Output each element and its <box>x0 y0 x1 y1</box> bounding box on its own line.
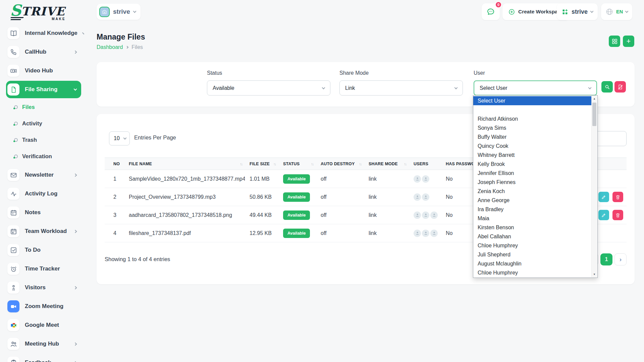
calendar-icon <box>7 225 19 237</box>
column-header-auto-destroy[interactable]: AUTO DESTROY↑↓ <box>316 162 364 166</box>
scrollbar-thumb[interactable] <box>592 103 596 126</box>
edit-file-button[interactable] <box>598 192 609 202</box>
user-option[interactable]: Quincy Cook <box>473 141 591 150</box>
column-header-share-mode[interactable]: SHARE MODE↑↓ <box>364 162 409 166</box>
chat-button[interactable]: 0 <box>482 3 500 20</box>
column-header-file-name[interactable]: FILE NAME↑↓ <box>124 162 245 166</box>
apply-filters-button[interactable] <box>601 81 613 93</box>
add-file-button[interactable]: + <box>623 36 634 47</box>
user-option[interactable]: Kirsten Benson <box>473 223 591 232</box>
avatar <box>430 212 438 219</box>
user-option[interactable]: Richard Atkinson <box>473 114 591 123</box>
sidebar-subitem-files[interactable]: Files <box>14 100 86 114</box>
sidebar-item-newsletter[interactable]: Newsletter <box>6 166 81 184</box>
chevron-down-icon <box>123 136 127 140</box>
workspace-selector[interactable]: strive <box>97 4 141 20</box>
sidebar-item-label: Newsletter <box>25 172 69 178</box>
breadcrumb-dashboard-link[interactable]: Dashboard <box>97 44 123 50</box>
dropdown-scrollbar[interactable]: ▲ ▼ <box>591 96 597 277</box>
sort-icon[interactable]: ↑↓ <box>240 162 242 166</box>
pagination-next-button[interactable]: › <box>614 253 627 265</box>
status-select[interactable]: Available <box>207 80 330 96</box>
sidebar-item-label: Internal Knowledge <box>25 30 77 37</box>
sidebar-item-internal-knowledge[interactable]: Internal Knowledge <box>6 24 81 42</box>
user-option[interactable]: Maia <box>473 214 591 223</box>
app-logo: S TRIVE MAKE <box>10 3 65 20</box>
delete-file-button[interactable] <box>612 210 623 220</box>
entries-per-page-select[interactable]: 10 <box>109 131 130 145</box>
user-option[interactable]: August Mclaughlin <box>473 259 591 268</box>
user-option[interactable]: Buffy Walter <box>473 132 591 141</box>
user-option[interactable]: Zenia Koch <box>473 187 591 196</box>
clear-filters-button[interactable] <box>614 81 626 93</box>
user-option[interactable]: Chloe Humphrey <box>473 268 591 277</box>
sidebar-item-file-sharing[interactable]: File Sharing <box>6 81 81 98</box>
status-badge: Available <box>283 174 310 184</box>
scroll-down-arrow-icon[interactable]: ▼ <box>592 272 597 277</box>
user-option[interactable]: Ira Bradley <box>473 205 591 214</box>
sidebar-subitem-trash[interactable]: Trash <box>14 132 86 147</box>
sidebar-item-notes[interactable]: Notes <box>6 204 81 221</box>
sidebar-item-feedback[interactable]: Feedback <box>6 354 81 362</box>
column-header-status[interactable]: STATUS↑↓ <box>278 162 316 166</box>
cell-auto-destroy: off <box>316 212 364 218</box>
sidebar-item-label: Video Hub <box>25 67 76 74</box>
user-option[interactable]: Jennifer Ellison <box>473 169 591 178</box>
chat-count-badge: 0 <box>495 1 502 8</box>
sort-icon[interactable]: ↑↓ <box>273 162 276 166</box>
user-avatars <box>414 175 441 183</box>
avatar <box>422 212 429 219</box>
sidebar-item-time-tracker[interactable]: Time Tracker <box>6 260 81 278</box>
sort-icon[interactable]: ↑↓ <box>311 162 313 166</box>
edit-file-button[interactable] <box>598 210 609 220</box>
sort-icon[interactable]: ↑↓ <box>359 162 361 166</box>
user-option[interactable]: Juli Shepherd <box>473 250 591 259</box>
status-badge: Available <box>283 229 310 238</box>
user-option[interactable]: Anne George <box>473 196 591 205</box>
user-option-selected[interactable]: Select User <box>473 96 591 105</box>
sidebar-item-visitors[interactable]: Visitors <box>6 279 81 296</box>
column-header-no: NO <box>105 162 124 166</box>
sidebar-item-video-hub[interactable]: Video Hub <box>6 62 81 79</box>
cell-no: 1 <box>105 176 124 182</box>
sidebar-item-meeting-hub[interactable]: Meeting Hub <box>6 335 81 353</box>
grid-view-button[interactable] <box>609 36 620 47</box>
user-option[interactable]: Kelly Brook <box>473 160 591 169</box>
plus-circle-icon <box>508 8 515 15</box>
user-option[interactable]: Chloe Humphrey <box>473 241 591 250</box>
mail-icon <box>7 169 19 181</box>
sidebar-item-to-do[interactable]: To Do <box>6 241 81 259</box>
sidebar-item-label: Google Meet <box>25 322 76 328</box>
sidebar-subitem-activity[interactable]: Activity <box>14 116 86 131</box>
sidebar-subitem-verification[interactable]: Verification <box>14 149 86 164</box>
column-header-users: USERS <box>409 162 441 166</box>
sort-icon[interactable]: ↑↓ <box>404 162 406 166</box>
chevron-right-icon <box>74 50 77 54</box>
share-mode-filter-label: Share Mode <box>339 70 369 76</box>
chevron-down-icon <box>133 10 136 13</box>
sidebar-item-zoom-meeting[interactable]: Zoom Meeting <box>6 298 81 315</box>
tenant-switcher[interactable]: strive <box>557 3 598 20</box>
scroll-up-arrow-icon[interactable]: ▲ <box>592 96 597 102</box>
user-option[interactable]: Whitney Barrett <box>473 150 591 160</box>
user-option[interactable]: Abel Callahan <box>473 232 591 241</box>
user-select[interactable]: Select User <box>474 80 597 96</box>
sidebar-subitem-label: Files <box>22 104 35 110</box>
pagination-page-1-button[interactable]: 1 <box>600 253 612 265</box>
user-option[interactable] <box>473 105 591 114</box>
language-selector[interactable]: EN <box>601 3 632 20</box>
sidebar-item-google-meet[interactable]: Google Meet <box>6 316 81 334</box>
sidebar-item-callhub[interactable]: CallHub <box>6 43 81 61</box>
delete-file-button[interactable] <box>612 192 623 202</box>
user-option[interactable]: Joseph Fiennes <box>473 178 591 187</box>
share-mode-select-value: Link <box>345 85 355 91</box>
sidebar-item-activity-log[interactable]: Activity Log <box>6 185 81 202</box>
sidebar-item-team-workload[interactable]: Team Workload <box>6 223 81 240</box>
avatar <box>414 175 421 183</box>
column-header-file-size[interactable]: FILE SIZE↑↓ <box>245 162 278 166</box>
sidebar-item-label: CallHub <box>25 49 69 55</box>
sidebar-item-label: Time Tracker <box>25 265 76 272</box>
share-mode-select[interactable]: Link <box>339 80 463 96</box>
user-option[interactable]: Sonya Sims <box>473 123 591 132</box>
tenant-name: strive <box>572 8 588 15</box>
